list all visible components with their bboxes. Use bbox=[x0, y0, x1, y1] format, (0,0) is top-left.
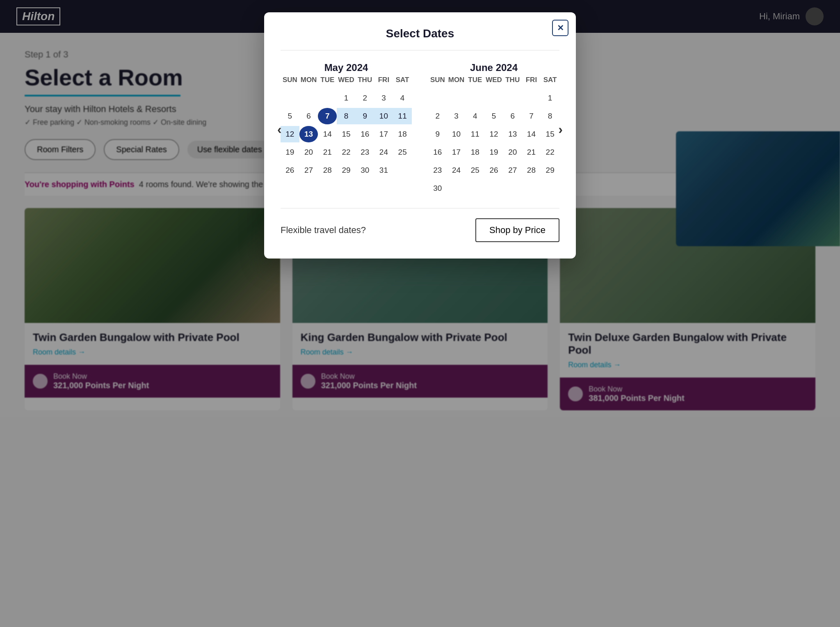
cal-day-cell bbox=[447, 90, 466, 106]
cal-day-cell[interactable]: 27 bbox=[503, 162, 522, 178]
cal-day-cell[interactable]: 26 bbox=[484, 162, 503, 178]
shop-by-price-button[interactable]: Shop by Price bbox=[475, 218, 559, 242]
cal-day-cell[interactable]: 3 bbox=[374, 90, 393, 106]
may-calendar: May 2024 SUN MON TUE WED THU FRI SAT 123… bbox=[281, 62, 412, 197]
cal-day-cell[interactable]: 24 bbox=[447, 162, 466, 178]
cal-day-cell[interactable]: 7 bbox=[318, 108, 337, 124]
may-header-wed: WED bbox=[337, 73, 356, 87]
prev-month-button[interactable]: ‹ bbox=[273, 120, 286, 139]
june-week-headers: SUN MON TUE WED THU FRI SAT bbox=[428, 73, 559, 87]
cal-day-cell[interactable]: 6 bbox=[503, 108, 522, 124]
cal-day-cell[interactable]: 25 bbox=[466, 162, 484, 178]
cal-day-cell[interactable]: 15 bbox=[337, 126, 356, 142]
cal-day-cell bbox=[299, 90, 318, 106]
cal-day-cell[interactable]: 19 bbox=[484, 144, 503, 160]
modal-footer: Flexible travel dates? Shop by Price bbox=[281, 218, 559, 242]
may-header-sat: SAT bbox=[393, 73, 412, 87]
cal-day-cell bbox=[447, 180, 466, 197]
modal-header-divider bbox=[281, 50, 559, 50]
cal-day-cell[interactable]: 23 bbox=[356, 144, 374, 160]
cal-day-cell[interactable]: 20 bbox=[503, 144, 522, 160]
cal-day-cell[interactable]: 1 bbox=[337, 90, 356, 106]
cal-day-cell bbox=[522, 180, 541, 197]
june-days: 1234567891011121314151617181920212223242… bbox=[428, 90, 559, 197]
cal-day-cell[interactable]: 16 bbox=[356, 126, 374, 142]
cal-day-cell[interactable]: 28 bbox=[522, 162, 541, 178]
flexible-dates-label: Flexible travel dates? bbox=[281, 225, 366, 236]
may-grid: SUN MON TUE WED THU FRI SAT 123456789101… bbox=[281, 73, 412, 178]
cal-day-cell[interactable]: 16 bbox=[428, 144, 447, 160]
cal-day-cell[interactable]: 10 bbox=[447, 126, 466, 142]
cal-day-cell[interactable]: 9 bbox=[428, 126, 447, 142]
cal-day-cell[interactable]: 22 bbox=[541, 144, 559, 160]
cal-day-cell[interactable]: 10 bbox=[374, 108, 393, 124]
cal-day-cell[interactable]: 22 bbox=[337, 144, 356, 160]
june-header-fri: FRI bbox=[522, 73, 541, 87]
date-picker-modal: Select Dates ✕ ‹ › May 2024 SUN MON TUE … bbox=[264, 12, 576, 259]
cal-day-cell bbox=[522, 90, 541, 106]
june-calendar: June 2024 SUN MON TUE WED THU FRI SAT 12… bbox=[428, 62, 559, 197]
modal-overlay: Select Dates ✕ ‹ › May 2024 SUN MON TUE … bbox=[0, 0, 840, 627]
june-header-mon: MON bbox=[447, 73, 466, 87]
cal-day-cell bbox=[484, 90, 503, 106]
cal-day-cell[interactable]: 18 bbox=[393, 126, 412, 142]
may-header-thu: THU bbox=[356, 73, 374, 87]
cal-day-cell[interactable]: 28 bbox=[318, 162, 337, 178]
cal-day-cell[interactable]: 21 bbox=[522, 144, 541, 160]
cal-day-cell[interactable]: 12 bbox=[484, 126, 503, 142]
cal-day-cell[interactable]: 31 bbox=[374, 162, 393, 178]
cal-day-cell[interactable]: 29 bbox=[337, 162, 356, 178]
cal-day-cell[interactable]: 3 bbox=[447, 108, 466, 124]
cal-day-cell bbox=[503, 90, 522, 106]
cal-day-cell[interactable]: 27 bbox=[299, 162, 318, 178]
cal-day-cell[interactable]: 30 bbox=[428, 180, 447, 197]
cal-day-cell[interactable]: 9 bbox=[356, 108, 374, 124]
cal-day-cell[interactable]: 6 bbox=[299, 108, 318, 124]
may-month-title: May 2024 bbox=[281, 62, 412, 73]
cal-day-cell[interactable]: 14 bbox=[318, 126, 337, 142]
june-header-tue: TUE bbox=[466, 73, 484, 87]
cal-day-cell[interactable]: 25 bbox=[393, 144, 412, 160]
june-grid: SUN MON TUE WED THU FRI SAT 123456789101… bbox=[428, 73, 559, 197]
june-header-sat: SAT bbox=[541, 73, 559, 87]
cal-day-cell[interactable]: 5 bbox=[484, 108, 503, 124]
cal-day-cell[interactable]: 17 bbox=[447, 144, 466, 160]
modal-close-button[interactable]: ✕ bbox=[552, 20, 568, 36]
cal-day-cell[interactable]: 20 bbox=[299, 144, 318, 160]
cal-day-cell[interactable]: 26 bbox=[281, 162, 299, 178]
cal-day-cell[interactable]: 4 bbox=[466, 108, 484, 124]
cal-day-cell[interactable]: 23 bbox=[428, 162, 447, 178]
modal-header: Select Dates bbox=[281, 27, 559, 40]
cal-day-cell[interactable]: 13 bbox=[299, 126, 318, 142]
cal-day-cell[interactable]: 17 bbox=[374, 126, 393, 142]
may-header-fri: FRI bbox=[374, 73, 393, 87]
cal-day-cell[interactable]: 21 bbox=[318, 144, 337, 160]
cal-day-cell bbox=[393, 162, 412, 178]
cal-day-cell[interactable]: 8 bbox=[337, 108, 356, 124]
cal-day-cell[interactable]: 4 bbox=[393, 90, 412, 106]
cal-day-cell[interactable]: 29 bbox=[541, 162, 559, 178]
calendars: May 2024 SUN MON TUE WED THU FRI SAT 123… bbox=[281, 62, 559, 197]
cal-day-cell bbox=[503, 180, 522, 197]
may-header-tue: TUE bbox=[318, 73, 337, 87]
june-header-sun: SUN bbox=[428, 73, 447, 87]
cal-day-cell[interactable]: 13 bbox=[503, 126, 522, 142]
cal-day-cell[interactable]: 18 bbox=[466, 144, 484, 160]
cal-day-cell[interactable]: 19 bbox=[281, 144, 299, 160]
cal-day-cell[interactable]: 2 bbox=[356, 90, 374, 106]
june-month-title: June 2024 bbox=[428, 62, 559, 73]
cal-day-cell[interactable]: 1 bbox=[541, 90, 559, 106]
may-header-mon: MON bbox=[299, 73, 318, 87]
calendars-wrapper: ‹ › May 2024 SUN MON TUE WED THU FRI bbox=[281, 62, 559, 197]
cal-day-cell bbox=[541, 180, 559, 197]
may-week-headers: SUN MON TUE WED THU FRI SAT bbox=[281, 73, 412, 87]
next-month-button[interactable]: › bbox=[554, 120, 567, 139]
modal-footer-divider bbox=[281, 208, 559, 208]
cal-day-cell[interactable]: 2 bbox=[428, 108, 447, 124]
cal-day-cell[interactable]: 7 bbox=[522, 108, 541, 124]
cal-day-cell[interactable]: 14 bbox=[522, 126, 541, 142]
cal-day-cell[interactable]: 11 bbox=[393, 108, 412, 124]
cal-day-cell[interactable]: 11 bbox=[466, 126, 484, 142]
cal-day-cell[interactable]: 24 bbox=[374, 144, 393, 160]
cal-day-cell[interactable]: 30 bbox=[356, 162, 374, 178]
